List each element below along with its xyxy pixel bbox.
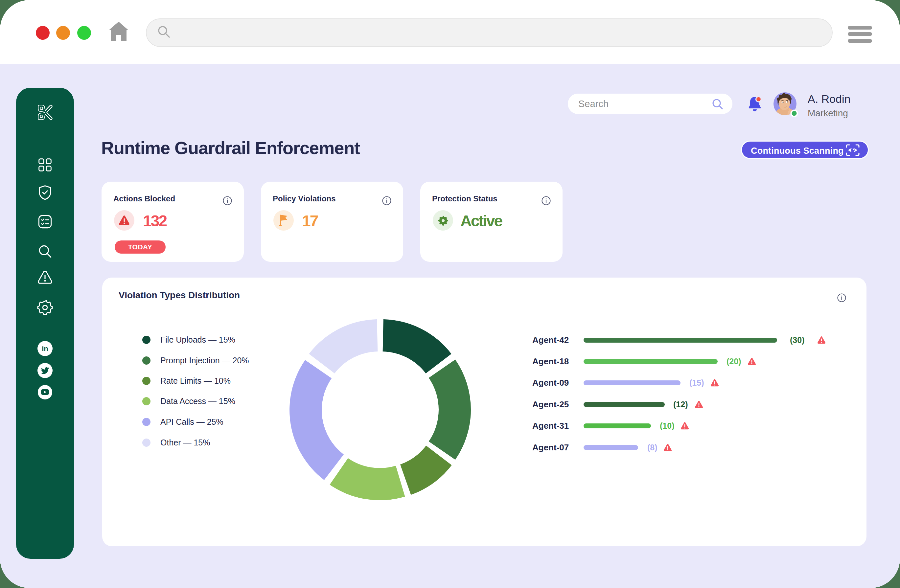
svg-text:in: in <box>42 344 48 353</box>
